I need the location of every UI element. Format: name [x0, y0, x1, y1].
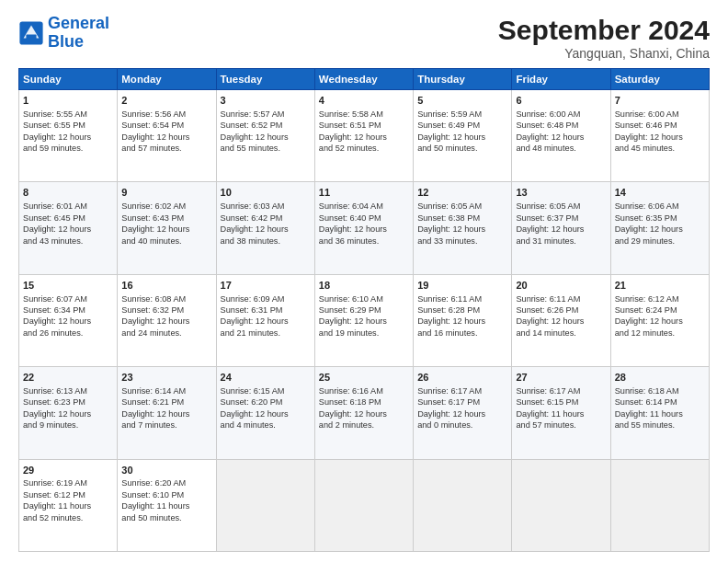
day-info: Sunset: 6:28 PM — [417, 304, 507, 316]
day-info: Daylight: 12 hours — [221, 408, 311, 419]
calendar-cell: 10Sunrise: 6:03 AMSunset: 6:42 PMDayligh… — [216, 182, 314, 274]
day-info: Daylight: 12 hours — [23, 224, 113, 235]
day-info: Sunset: 6:45 PM — [23, 213, 113, 224]
day-info: and 48 minutes. — [516, 143, 606, 154]
day-info: Daylight: 11 hours — [516, 408, 606, 419]
calendar-cell: 24Sunrise: 6:15 AMSunset: 6:20 PMDayligh… — [216, 367, 314, 459]
day-number: 1 — [23, 94, 113, 108]
day-info: and 52 minutes. — [319, 143, 409, 154]
day-info: Daylight: 12 hours — [516, 224, 606, 235]
day-info: Sunrise: 6:20 AM — [121, 477, 211, 488]
day-info: Daylight: 12 hours — [23, 316, 113, 327]
day-info: and 57 minutes. — [516, 419, 606, 431]
day-info: Sunset: 6:46 PM — [615, 120, 705, 131]
day-info: Sunrise: 5:56 AM — [121, 109, 211, 120]
day-info: Sunrise: 6:01 AM — [23, 201, 113, 212]
logo-icon — [18, 20, 44, 46]
day-info: and 21 minutes. — [221, 327, 311, 339]
day-info: and 31 minutes. — [516, 236, 606, 247]
calendar-cell — [512, 459, 610, 551]
calendar-cell: 18Sunrise: 6:10 AMSunset: 6:29 PMDayligh… — [314, 274, 413, 366]
weekday-friday: Friday — [512, 69, 610, 90]
day-number: 17 — [221, 279, 311, 293]
day-info: Sunrise: 6:00 AM — [516, 109, 606, 120]
day-info: Sunrise: 6:08 AM — [121, 293, 211, 304]
day-info: Sunset: 6:34 PM — [23, 304, 113, 316]
day-info: Sunrise: 6:05 AM — [516, 201, 606, 212]
day-info: Sunrise: 6:11 AM — [516, 293, 606, 304]
calendar-cell: 8Sunrise: 6:01 AMSunset: 6:45 PMDaylight… — [19, 182, 118, 274]
day-number: 16 — [121, 279, 211, 293]
logo-general: General — [48, 14, 109, 32]
day-info: Sunset: 6:32 PM — [121, 304, 211, 316]
day-number: 22 — [23, 371, 113, 385]
weekday-sunday: Sunday — [19, 69, 118, 90]
day-info: Sunset: 6:31 PM — [221, 304, 311, 316]
day-info: Daylight: 12 hours — [319, 132, 409, 143]
day-info: Sunset: 6:24 PM — [615, 304, 705, 316]
day-number: 23 — [121, 371, 211, 385]
day-info: Sunrise: 6:10 AM — [319, 293, 409, 304]
day-number: 2 — [121, 94, 211, 108]
day-number: 27 — [516, 371, 606, 385]
day-info: Sunrise: 6:18 AM — [615, 385, 705, 396]
calendar-cell: 7Sunrise: 6:00 AMSunset: 6:46 PMDaylight… — [610, 90, 709, 182]
calendar-cell: 14Sunrise: 6:06 AMSunset: 6:35 PMDayligh… — [610, 182, 709, 274]
calendar-cell: 30Sunrise: 6:20 AMSunset: 6:10 PMDayligh… — [118, 459, 216, 551]
day-number: 4 — [319, 94, 409, 108]
day-info: Sunrise: 6:00 AM — [615, 109, 705, 120]
day-info: and 50 minutes. — [417, 143, 507, 154]
day-info: and 9 minutes. — [23, 419, 113, 431]
day-info: Daylight: 12 hours — [417, 408, 507, 419]
day-info: Sunrise: 6:12 AM — [615, 293, 705, 304]
day-info: and 26 minutes. — [23, 327, 113, 339]
logo-text: General Blue — [48, 15, 109, 52]
day-info: Sunrise: 6:07 AM — [23, 293, 113, 304]
day-info: Daylight: 12 hours — [417, 224, 507, 235]
day-info: Sunrise: 6:15 AM — [221, 385, 311, 396]
day-number: 24 — [221, 371, 311, 385]
weekday-thursday: Thursday — [414, 69, 512, 90]
calendar-cell: 20Sunrise: 6:11 AMSunset: 6:26 PMDayligh… — [512, 274, 610, 366]
calendar-cell — [414, 459, 512, 551]
day-info: Daylight: 12 hours — [221, 132, 311, 143]
calendar-cell: 15Sunrise: 6:07 AMSunset: 6:34 PMDayligh… — [19, 274, 118, 366]
day-info: and 14 minutes. — [516, 327, 606, 339]
day-info: Sunrise: 6:17 AM — [516, 385, 606, 396]
day-info: Daylight: 12 hours — [417, 316, 507, 327]
calendar: SundayMondayTuesdayWednesdayThursdayFrid… — [18, 68, 710, 552]
svg-rect-2 — [26, 34, 36, 40]
week-row-3: 15Sunrise: 6:07 AMSunset: 6:34 PMDayligh… — [19, 274, 710, 366]
day-info: Sunrise: 5:58 AM — [319, 109, 409, 120]
weekday-row: SundayMondayTuesdayWednesdayThursdayFrid… — [19, 69, 710, 90]
day-info: Daylight: 12 hours — [121, 408, 211, 419]
day-number: 5 — [417, 94, 507, 108]
calendar-cell: 26Sunrise: 6:17 AMSunset: 6:17 PMDayligh… — [414, 367, 512, 459]
weekday-saturday: Saturday — [610, 69, 709, 90]
day-info: Sunset: 6:21 PM — [121, 396, 211, 408]
day-info: and 4 minutes. — [221, 419, 311, 431]
day-info: Sunrise: 6:09 AM — [221, 293, 311, 304]
day-number: 8 — [23, 186, 113, 200]
calendar-cell: 3Sunrise: 5:57 AMSunset: 6:52 PMDaylight… — [216, 90, 314, 182]
day-info: Sunset: 6:51 PM — [319, 120, 409, 131]
day-info: Daylight: 12 hours — [121, 132, 211, 143]
calendar-header: SundayMondayTuesdayWednesdayThursdayFrid… — [19, 69, 710, 90]
day-info: Daylight: 12 hours — [615, 224, 705, 235]
day-info: and 36 minutes. — [319, 236, 409, 247]
day-number: 26 — [417, 371, 507, 385]
weekday-wednesday: Wednesday — [314, 69, 413, 90]
calendar-cell: 1Sunrise: 5:55 AMSunset: 6:55 PMDaylight… — [19, 90, 118, 182]
day-info: and 29 minutes. — [615, 236, 705, 247]
day-number: 7 — [615, 94, 705, 108]
calendar-cell: 29Sunrise: 6:19 AMSunset: 6:12 PMDayligh… — [19, 459, 118, 551]
day-info: Daylight: 12 hours — [121, 316, 211, 327]
day-info: Sunrise: 6:19 AM — [23, 477, 113, 488]
day-info: Sunrise: 6:05 AM — [417, 201, 507, 212]
calendar-cell: 5Sunrise: 5:59 AMSunset: 6:49 PMDaylight… — [414, 90, 512, 182]
day-number: 20 — [516, 279, 606, 293]
day-info: Sunrise: 6:02 AM — [121, 201, 211, 212]
day-info: Sunset: 6:17 PM — [417, 396, 507, 408]
calendar-cell: 27Sunrise: 6:17 AMSunset: 6:15 PMDayligh… — [512, 367, 610, 459]
day-info: Daylight: 11 hours — [615, 408, 705, 419]
